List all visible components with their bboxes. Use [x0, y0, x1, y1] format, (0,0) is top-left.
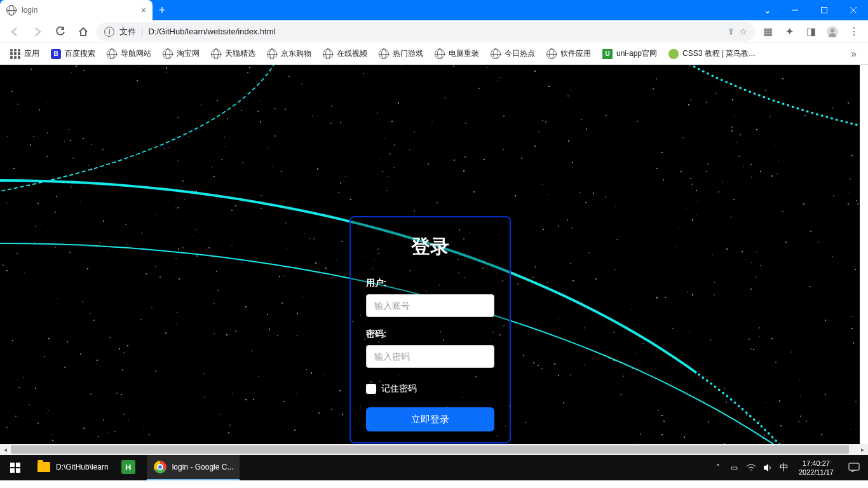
password-label: 密码: — [366, 329, 494, 340]
login-form: 登录 用户: 密码: 记住密码 立即登录 — [349, 216, 511, 444]
forward-button[interactable] — [28, 22, 47, 41]
svg-rect-6 — [849, 463, 859, 470]
baidu-icon: B — [51, 49, 61, 59]
login-title: 登录 — [366, 234, 494, 260]
bookmark-item[interactable]: 淘宝网 — [158, 46, 205, 62]
password-input[interactable] — [366, 345, 494, 368]
bookmarks-bar: 应用 B百度搜索 导航网站 淘宝网 天猫精选 京东购物 在线视频 热门游戏 电脑… — [0, 43, 868, 65]
bookmark-item[interactable]: B百度搜索 — [46, 46, 100, 62]
extensions-puzzle-icon[interactable]: ✦ — [780, 23, 798, 41]
bookmark-star-icon[interactable]: ☆ — [740, 27, 747, 36]
login-page: 登录 用户: 密码: 记住密码 立即登录 — [0, 65, 860, 454]
chrome-icon — [153, 460, 167, 474]
browser-toolbar: i 文件 | D:/GitHub/learn/website/index.htm… — [0, 20, 868, 43]
home-button[interactable] — [74, 22, 93, 41]
extension-icon[interactable]: ▩ — [759, 23, 776, 41]
address-prefix: 文件 — [119, 26, 136, 37]
sidepanel-icon[interactable]: ◨ — [802, 23, 820, 41]
kebab-menu-icon[interactable]: ⋮ — [845, 23, 863, 41]
wifi-icon[interactable] — [743, 455, 759, 480]
runoob-icon — [668, 49, 679, 59]
bookmark-item[interactable]: 电脑重装 — [430, 46, 484, 62]
bookmark-item[interactable]: 天猫精选 — [206, 46, 261, 62]
globe-icon — [546, 49, 557, 59]
apps-shortcut[interactable]: 应用 — [5, 46, 44, 62]
clock-time: 17:40:27 — [803, 459, 830, 468]
share-icon[interactable]: ⇪ — [728, 27, 735, 36]
globe-icon — [379, 49, 389, 59]
task-item[interactable]: login - Google C... — [147, 455, 240, 480]
address-path: D:/GitHub/learn/website/index.html — [148, 27, 722, 36]
globe-icon — [491, 49, 501, 59]
ime-indicator[interactable]: 中 — [776, 455, 792, 480]
battery-icon[interactable]: ▭ — [726, 455, 743, 480]
start-button[interactable] — [0, 455, 31, 480]
info-icon[interactable]: i — [104, 27, 114, 37]
globe-icon — [107, 49, 117, 59]
globe-icon — [163, 49, 173, 59]
taskbar-clock[interactable]: 17:40:27 2022/11/17 — [792, 455, 840, 480]
bookmark-overflow-icon[interactable]: » — [844, 46, 863, 62]
hbuilder-icon: H — [121, 460, 135, 474]
maximize-button[interactable] — [810, 0, 839, 20]
window-titlebar: login × + ⌄ — [0, 0, 868, 20]
bookmark-item[interactable]: Uuni-app官网 — [597, 46, 662, 62]
scroll-thumb[interactable] — [11, 445, 849, 454]
clock-date: 2022/11/17 — [799, 468, 834, 477]
globe-icon — [323, 49, 333, 59]
bookmark-item[interactable]: 软件应用 — [541, 46, 596, 62]
volume-icon[interactable] — [759, 455, 776, 480]
svg-point-5 — [831, 29, 834, 32]
apps-grid-icon — [10, 49, 20, 59]
action-center-icon[interactable] — [840, 455, 868, 480]
globe-icon — [6, 5, 17, 15]
address-bar[interactable]: i 文件 | D:/GitHub/learn/website/index.htm… — [97, 22, 755, 41]
tab-title: login — [22, 6, 136, 15]
remember-checkbox[interactable] — [366, 384, 376, 394]
window-close-button[interactable] — [839, 0, 868, 20]
remember-label: 记住密码 — [381, 383, 417, 395]
close-tab-icon[interactable]: × — [141, 5, 146, 15]
bookmark-item[interactable]: 导航网站 — [102, 46, 156, 62]
minimize-button[interactable] — [780, 0, 810, 20]
svg-rect-1 — [822, 8, 827, 13]
scroll-left-icon[interactable]: ◂ — [0, 444, 11, 455]
new-tab-button[interactable]: + — [153, 0, 172, 20]
browser-tab[interactable]: login × — [0, 0, 153, 20]
uniapp-icon: U — [602, 49, 613, 59]
horizontal-scrollbar[interactable]: ◂ ▸ — [0, 444, 868, 455]
bookmark-item[interactable]: 京东购物 — [262, 46, 316, 62]
windows-logo-icon — [10, 463, 20, 473]
task-item[interactable]: H — [115, 455, 147, 480]
tray-chevron-up-icon[interactable]: ˄ — [710, 455, 726, 480]
scroll-track[interactable] — [11, 444, 857, 455]
windows-taskbar: D:\GitHub\learn H login - Google C... ˄ … — [0, 455, 868, 480]
globe-icon — [267, 49, 277, 59]
chevron-down-icon[interactable]: ⌄ — [755, 5, 780, 15]
folder-icon — [37, 460, 51, 474]
back-button[interactable] — [5, 22, 24, 41]
globe-icon — [435, 49, 445, 59]
scroll-right-icon[interactable]: ▸ — [857, 444, 868, 455]
page-viewport: 登录 用户: 密码: 记住密码 立即登录 ◂ ▸ — [0, 65, 868, 455]
remember-row: 记住密码 — [366, 383, 494, 395]
task-item[interactable]: D:\GitHub\learn — [31, 455, 115, 480]
reload-button[interactable] — [51, 22, 70, 41]
profile-avatar-icon[interactable] — [824, 23, 841, 41]
system-tray: ˄ ▭ 中 17:40:27 2022/11/17 — [710, 455, 868, 480]
bookmark-item[interactable]: 热门游戏 — [374, 46, 428, 62]
login-submit-button[interactable]: 立即登录 — [366, 407, 494, 431]
globe-icon — [211, 49, 221, 59]
bookmark-item[interactable]: 在线视频 — [318, 46, 372, 62]
username-label: 用户: — [366, 278, 494, 289]
window-controls: ⌄ — [755, 0, 868, 20]
bookmark-item[interactable]: CSS3 教程 | 菜鸟教... — [663, 46, 760, 62]
username-input[interactable] — [366, 294, 494, 317]
bookmark-item[interactable]: 今日热点 — [485, 46, 540, 62]
